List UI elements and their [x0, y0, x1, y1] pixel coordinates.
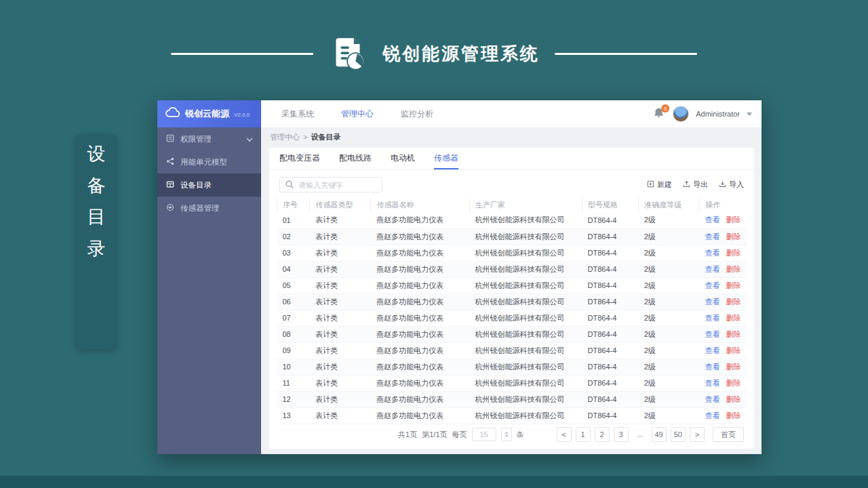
table-cell: 07: [277, 310, 310, 326]
prev-page-button[interactable]: <: [557, 427, 572, 442]
table-body: 01表计类燕赵多功能电力仪表杭州锐创能源科技有限公司DT864-42级查看删除0…: [277, 212, 747, 424]
delete-link[interactable]: 删除: [726, 216, 741, 224]
page-button[interactable]: 49: [652, 427, 667, 442]
view-link[interactable]: 查看: [705, 232, 720, 241]
view-link[interactable]: 查看: [705, 379, 720, 387]
page-ellipsis: ...: [633, 427, 648, 442]
table-cell: 杭州锐创能源科技有限公司: [469, 310, 582, 326]
table-cell: DT864-4: [583, 293, 639, 310]
sidebar-item-label: 传感器管理: [180, 203, 220, 214]
table-row: 12表计类燕赵多功能电力仪表杭州锐创能源科技有限公司DT864-42级查看删除: [277, 391, 747, 407]
table-cell: 12: [277, 391, 310, 407]
breadcrumb: 管理中心 > 设备目录: [261, 127, 762, 146]
create-button[interactable]: 新建: [647, 180, 672, 190]
view-link[interactable]: 查看: [705, 395, 720, 403]
per-page-label: 每页: [452, 430, 467, 440]
current-page-text: 第1/1页: [422, 430, 447, 440]
first-page-button[interactable]: 首页: [713, 427, 744, 442]
sidebar-item[interactable]: 传感器管理: [157, 197, 261, 220]
view-link[interactable]: 查看: [705, 216, 720, 224]
decor-line-left: [171, 53, 313, 55]
search-box[interactable]: [279, 177, 382, 192]
breadcrumb-parent[interactable]: 管理中心: [270, 132, 300, 142]
decor-line-right: [555, 53, 697, 55]
nav-item[interactable]: 采集系统: [281, 108, 314, 120]
top-nav: 采集系统管理中心监控分析: [261, 100, 654, 127]
brand-version: V2.0.0: [234, 112, 250, 118]
actions-cell: 查看删除: [700, 342, 747, 359]
delete-link[interactable]: 删除: [726, 330, 741, 338]
table-cell: 2级: [639, 310, 700, 326]
nav-item[interactable]: 监控分析: [401, 108, 433, 120]
sidebar-item[interactable]: 设备目录: [157, 174, 261, 197]
tab[interactable]: 电动机: [391, 148, 415, 169]
avatar[interactable]: [673, 106, 689, 122]
delete-link[interactable]: 删除: [726, 379, 741, 387]
table-cell: 燕赵多功能电力仪表: [371, 228, 469, 245]
delete-link[interactable]: 删除: [726, 411, 741, 420]
export-button[interactable]: 导出: [683, 180, 708, 190]
page-button[interactable]: 50: [671, 427, 686, 442]
notification-bell-icon[interactable]: 5: [654, 107, 666, 121]
view-link[interactable]: 查看: [705, 314, 720, 322]
table-cell: 2级: [639, 342, 700, 359]
list-icon: [166, 134, 174, 144]
table-cell: 燕赵多功能电力仪表: [371, 342, 469, 359]
delete-link[interactable]: 删除: [726, 265, 741, 273]
delete-link[interactable]: 删除: [726, 232, 741, 241]
per-page-stepper[interactable]: [501, 428, 512, 441]
page-button[interactable]: 3: [614, 427, 629, 442]
view-link[interactable]: 查看: [705, 411, 720, 420]
delete-link[interactable]: 删除: [726, 249, 741, 257]
table-cell: 10: [277, 359, 310, 375]
column-header: 操作: [700, 198, 747, 212]
view-link[interactable]: 查看: [705, 346, 720, 354]
pagination-bar: 共1页 第1/1页 每页 条 <123...4950> 首页: [269, 423, 754, 446]
view-link[interactable]: 查看: [705, 265, 720, 273]
toolbar: 新建导出导入: [647, 180, 744, 190]
table-cell: 燕赵多功能电力仪表: [371, 277, 469, 293]
page-button[interactable]: 2: [595, 427, 610, 442]
table-cell: 2级: [639, 212, 700, 228]
view-link[interactable]: 查看: [705, 363, 720, 371]
table-cell: 表计类: [310, 228, 371, 245]
table-cell: 燕赵多功能电力仪表: [371, 326, 469, 342]
table-row: 05表计类燕赵多功能电力仪表杭州锐创能源科技有限公司DT864-42级查看删除: [277, 277, 747, 293]
view-link[interactable]: 查看: [705, 298, 720, 306]
view-link[interactable]: 查看: [705, 249, 720, 257]
chevron-down-icon: [246, 135, 253, 143]
table-cell: 2级: [639, 391, 700, 407]
view-link[interactable]: 查看: [705, 330, 720, 338]
table-cell: 2级: [639, 326, 700, 342]
tab[interactable]: 配电线路: [339, 148, 372, 169]
user-area: 5 Administrator: [654, 100, 762, 127]
chevron-down-icon[interactable]: [747, 113, 752, 116]
delete-link[interactable]: 删除: [726, 281, 741, 289]
delete-link[interactable]: 删除: [726, 363, 741, 371]
import-button[interactable]: 导入: [719, 180, 744, 190]
breadcrumb-current: 设备目录: [311, 132, 340, 142]
page-button[interactable]: 1: [576, 427, 591, 442]
table-cell: 表计类: [310, 277, 371, 293]
per-page-input[interactable]: [472, 428, 496, 441]
tab[interactable]: 传感器: [434, 148, 458, 169]
search-input[interactable]: [298, 181, 376, 189]
table-cell: 燕赵多功能电力仪表: [371, 407, 469, 424]
sidebar-item[interactable]: 用能单元模型: [157, 150, 261, 174]
delete-link[interactable]: 删除: [726, 314, 741, 322]
nav-item[interactable]: 管理中心: [341, 108, 374, 120]
cloud-icon: [165, 107, 180, 121]
delete-link[interactable]: 删除: [726, 395, 741, 403]
column-header: 型号规格: [583, 198, 639, 212]
delete-link[interactable]: 删除: [726, 298, 741, 306]
table-cell: 04: [277, 261, 310, 277]
next-page-button[interactable]: >: [690, 427, 705, 442]
delete-link[interactable]: 删除: [726, 346, 741, 354]
table-cell: 杭州锐创能源科技有限公司: [469, 277, 582, 293]
view-link[interactable]: 查看: [705, 281, 720, 289]
table-cell: 2级: [639, 245, 700, 261]
sidebar-item-label: 设备目录: [180, 180, 212, 190]
actions-cell: 查看删除: [700, 375, 747, 391]
sidebar-item[interactable]: 权限管理: [157, 127, 261, 150]
tab[interactable]: 配电变压器: [279, 148, 320, 169]
